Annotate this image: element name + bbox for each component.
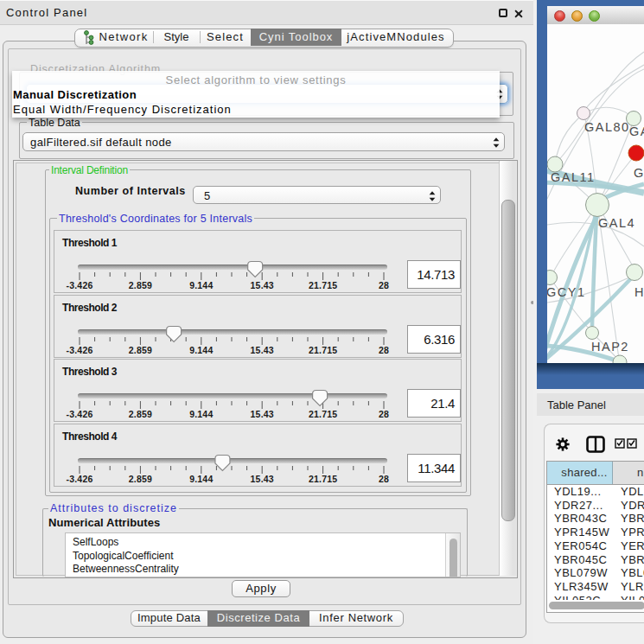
svg-text:G: G [634,166,644,180]
svg-text:H: H [634,285,644,299]
svg-text:GAL4: GAL4 [598,216,635,230]
svg-text:HAP2: HAP2 [591,340,629,354]
svg-text:GAL11: GAL11 [551,170,596,184]
svg-text:GA: GA [629,124,644,138]
svg-text:GAL80: GAL80 [584,120,630,134]
svg-text:GCY1: GCY1 [547,285,586,299]
